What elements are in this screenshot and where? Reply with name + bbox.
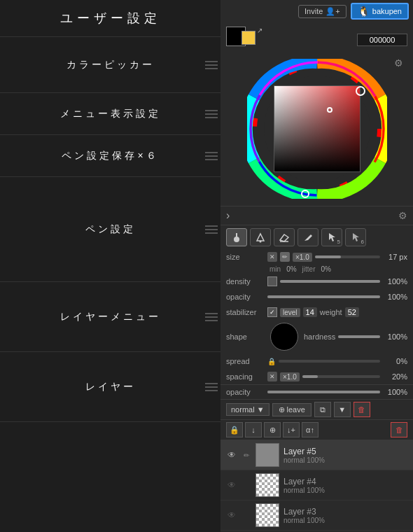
- sidebar-item-menu-display[interactable]: メニュー表示設定: [0, 93, 220, 135]
- density-row: density 100%: [220, 274, 413, 289]
- layer-item[interactable]: 👁 Layer #4 normal 100%: [220, 470, 413, 500]
- layer-merge-group: ▼: [334, 402, 351, 417]
- brush-tool-1[interactable]: [226, 228, 247, 246]
- spacing-label: spacing: [226, 372, 265, 381]
- lock-icon[interactable]: 🔒: [267, 358, 276, 365]
- brush-tool-6[interactable]: 6: [345, 228, 366, 246]
- color-square-foreign[interactable]: [274, 85, 360, 172]
- sidebar-item-layer-menu[interactable]: レイヤーメニュー: [0, 282, 220, 352]
- swap-colors-icon[interactable]: ↗: [257, 27, 262, 34]
- min-label: min: [270, 265, 281, 273]
- sidebar-item-pen-save[interactable]: ペン設定保存×６: [0, 135, 220, 177]
- spread-slider-container: [279, 360, 380, 363]
- spread-row: spread 🔒 0%: [220, 354, 413, 369]
- layer-delete-button[interactable]: 🗑: [354, 402, 370, 417]
- hardness-slider[interactable]: [338, 335, 380, 338]
- hardness-label: hardness: [304, 332, 335, 341]
- sidebar-item-label: レイヤーメニュー: [46, 298, 175, 336]
- invite-label: Invite: [304, 7, 323, 15]
- color-wheel[interactable]: [247, 59, 387, 199]
- spread-value: 0%: [383, 357, 407, 365]
- stabilizer-checkbox[interactable]: [267, 307, 277, 317]
- layer-alpha-button[interactable]: α↑: [302, 422, 318, 438]
- layer-copy-button[interactable]: ⧉: [314, 402, 331, 417]
- min-value: 0%: [286, 265, 296, 273]
- density-checkbox[interactable]: [267, 276, 277, 286]
- brush-tool-3[interactable]: [274, 228, 295, 246]
- invite-button[interactable]: Invite 👤+: [298, 5, 346, 18]
- layer-lock-button[interactable]: 🔒: [226, 422, 243, 438]
- layer-item[interactable]: 👁 ✏ Layer #5 normal 100%: [220, 440, 413, 470]
- layer-down-button[interactable]: ▼: [334, 402, 351, 417]
- spacing-slider[interactable]: [302, 375, 380, 378]
- move-icon: [350, 232, 361, 243]
- blend-mode-button[interactable]: normal ▼: [226, 403, 270, 416]
- brush-tool-5[interactable]: 5: [321, 228, 342, 246]
- layer-opacity-label: opacity: [226, 388, 265, 396]
- hardness-value: 100%: [383, 332, 407, 341]
- layer-merge-button[interactable]: ↓+: [283, 422, 300, 438]
- layer-blend-row: normal ▼ ⊕ leave ⧉ ▼ 🗑: [220, 399, 413, 419]
- section-indicator: [205, 313, 220, 321]
- layer-item[interactable]: 👁 Layer #3 normal 100%: [220, 500, 413, 531]
- shape-label: shape: [226, 332, 265, 341]
- svg-rect-8: [236, 233, 237, 237]
- sidebar-item-color-picker[interactable]: カラーピッカー: [0, 37, 220, 93]
- leave-icon: ⊕: [279, 405, 285, 414]
- spread-slider[interactable]: [279, 360, 380, 363]
- section-indicator: [205, 383, 220, 391]
- section-indicator: [205, 152, 220, 160]
- spread-label: spread: [226, 357, 265, 365]
- size-x-button[interactable]: ✕: [267, 252, 277, 262]
- stabilizer-weight-value[interactable]: 52: [345, 307, 359, 317]
- pen-icon: [302, 232, 314, 243]
- layer-move-down-button[interactable]: ↓: [245, 422, 262, 438]
- leave-button[interactable]: ⊕ leave: [272, 403, 312, 416]
- layer-opacity-slider[interactable]: [267, 391, 380, 393]
- shape-swatch[interactable]: [270, 323, 298, 351]
- stabilizer-label: stabilizer: [226, 308, 265, 316]
- size-label: size: [226, 253, 265, 261]
- section-indicator: [205, 225, 220, 234]
- layer-edit-icon[interactable]: ✏: [241, 450, 251, 460]
- layer-visibility-toggle[interactable]: 👁: [226, 510, 237, 521]
- section-indicator: [205, 110, 220, 118]
- brush-tool-4[interactable]: [298, 228, 318, 246]
- size-slider[interactable]: [315, 255, 380, 258]
- opacity-value: 100%: [383, 293, 407, 301]
- layer-trash-button[interactable]: 🗑: [391, 422, 407, 438]
- color-settings-icon[interactable]: ⚙: [394, 57, 403, 69]
- invite-icon: 👤+: [326, 7, 340, 16]
- blend-mode-label: normal: [231, 405, 255, 414]
- jitter-label: jitter: [302, 265, 316, 273]
- layer-add-button[interactable]: ⊕: [264, 422, 281, 438]
- leave-label: leave: [287, 405, 305, 414]
- density-slider[interactable]: [280, 280, 380, 283]
- layer-visibility-toggle[interactable]: 👁: [226, 479, 237, 491]
- size-edit-button[interactable]: ✏: [280, 252, 290, 262]
- arrow-gear-row: › ⚙: [220, 206, 413, 225]
- sidebar-item-pen-settings[interactable]: ペン設定: [0, 177, 220, 282]
- layer-visibility-toggle[interactable]: 👁: [226, 449, 237, 461]
- color-top-row: ↗: [226, 27, 407, 53]
- spacing-x-button[interactable]: ✕: [267, 372, 277, 382]
- right-panel: Invite 👤+ 🐧 bakupen ↗: [220, 0, 413, 532]
- eraser-icon: [279, 232, 290, 243]
- tool-number-6: 6: [361, 239, 364, 245]
- color-wheel-svg[interactable]: [247, 59, 387, 199]
- brush-tool-2[interactable]: [250, 228, 271, 246]
- gear-icon[interactable]: ⚙: [398, 210, 407, 221]
- expand-arrow-icon[interactable]: ›: [226, 209, 230, 222]
- layer-blend-info: normal 100%: [284, 456, 407, 464]
- stabilizer-level-value[interactable]: 14: [303, 307, 317, 317]
- hex-input[interactable]: [357, 34, 407, 46]
- sidebar-item-layer[interactable]: レイヤー: [0, 352, 220, 422]
- select-icon: [326, 232, 337, 243]
- spacing-row: spacing ✕ ×1.0 20%: [220, 369, 413, 384]
- penguin-icon: 🐧: [358, 6, 370, 17]
- color-wheel-container[interactable]: ⚙: [226, 56, 407, 202]
- density-label: density: [226, 277, 265, 286]
- opacity-slider[interactable]: [267, 295, 380, 298]
- size-sub-row: min 0% jitter 0%: [220, 265, 413, 274]
- background-swatch[interactable]: [241, 31, 255, 45]
